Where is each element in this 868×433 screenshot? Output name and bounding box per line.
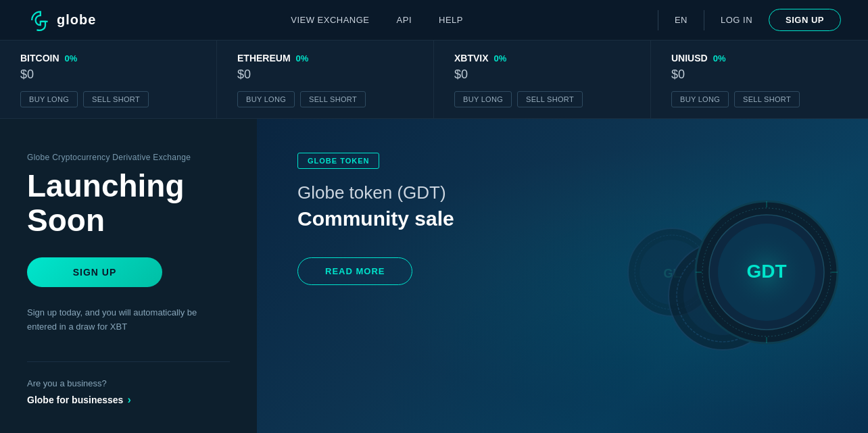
ticker-bitcoin-header: BITCOIN 0% bbox=[20, 53, 196, 63]
ticker-bar: BITCOIN 0% $0 BUY LONG SELL SHORT ETHERE… bbox=[0, 41, 868, 119]
ticker-xbtvix: XBTVIX 0% $0 BUY LONG SELL SHORT bbox=[434, 41, 651, 118]
signup-button-nav[interactable]: SIGN UP bbox=[769, 9, 841, 31]
ticker-uniusd-header: UNIUSD 0% bbox=[671, 53, 848, 63]
ticker-ethereum-name: ETHEREUM bbox=[237, 53, 291, 63]
launching-title: Launching Soon bbox=[27, 169, 230, 237]
ticker-ethereum-pct: 0% bbox=[296, 53, 309, 63]
ticker-uniusd-name: UNIUSD bbox=[671, 53, 708, 63]
nav-view-exchange[interactable]: VIEW EXCHANGE bbox=[291, 15, 369, 25]
business-link[interactable]: Globe for businesses › bbox=[27, 394, 230, 406]
token-subtitle: Community sale bbox=[297, 207, 827, 230]
logo-icon bbox=[27, 8, 51, 32]
nav-api[interactable]: API bbox=[397, 15, 412, 25]
ticker-xbtvix-actions: BUY LONG SELL SHORT bbox=[454, 91, 630, 107]
ticker-xbtvix-pct: 0% bbox=[494, 53, 507, 63]
bitcoin-sell-short[interactable]: SELL SHORT bbox=[83, 91, 149, 107]
ethereum-buy-long[interactable]: BUY LONG bbox=[237, 91, 295, 107]
token-title: Globe token (GDT) bbox=[297, 182, 827, 203]
signup-cta-button[interactable]: SIGN UP bbox=[27, 257, 162, 287]
logo-text: globe bbox=[57, 12, 96, 28]
ticker-bitcoin-actions: BUY LONG SELL SHORT bbox=[20, 91, 196, 107]
ticker-uniusd-actions: BUY LONG SELL SHORT bbox=[671, 91, 848, 107]
ticker-ethereum-header: ETHEREUM 0% bbox=[237, 53, 413, 63]
nav-help[interactable]: HELP bbox=[439, 15, 463, 25]
nav-divider bbox=[658, 10, 658, 30]
ethereum-sell-short[interactable]: SELL SHORT bbox=[300, 91, 366, 107]
business-prompt: Are you a business? bbox=[27, 378, 230, 388]
ticker-bitcoin: BITCOIN 0% $0 BUY LONG SELL SHORT bbox=[0, 41, 217, 118]
xbtvix-sell-short[interactable]: SELL SHORT bbox=[517, 91, 583, 107]
ticker-bitcoin-pct: 0% bbox=[65, 53, 78, 63]
ticker-xbtvix-price: $0 bbox=[454, 68, 630, 82]
login-button[interactable]: LOG IN bbox=[721, 15, 752, 25]
exchange-label: Globe Cryptocurrency Derivative Exchange bbox=[27, 153, 230, 162]
logo[interactable]: globe bbox=[27, 8, 96, 32]
ticker-xbtvix-header: XBTVIX 0% bbox=[454, 53, 630, 63]
uniusd-sell-short[interactable]: SELL SHORT bbox=[734, 91, 800, 107]
promo-text: Sign up today, and you will automaticall… bbox=[27, 306, 223, 334]
xbtvix-buy-long[interactable]: BUY LONG bbox=[454, 91, 512, 107]
ticker-ethereum: ETHEREUM 0% $0 BUY LONG SELL SHORT bbox=[217, 41, 434, 118]
ticker-ethereum-price: $0 bbox=[237, 68, 413, 82]
nav-links: VIEW EXCHANGE API HELP bbox=[291, 15, 463, 25]
ticker-xbtvix-name: XBTVIX bbox=[454, 53, 489, 63]
ticker-ethereum-actions: BUY LONG SELL SHORT bbox=[237, 91, 413, 107]
business-link-text: Globe for businesses bbox=[27, 394, 123, 405]
ticker-uniusd: UNIUSD 0% $0 BUY LONG SELL SHORT bbox=[651, 41, 868, 118]
navbar: globe VIEW EXCHANGE API HELP EN LOG IN S… bbox=[0, 0, 868, 41]
right-panel: GLOBE TOKEN Globe token (GDT) Community … bbox=[257, 119, 868, 433]
ticker-uniusd-price: $0 bbox=[671, 68, 848, 82]
arrow-right-icon: › bbox=[127, 394, 130, 406]
main-content: Globe Cryptocurrency Derivative Exchange… bbox=[0, 119, 868, 433]
token-badge: GLOBE TOKEN bbox=[297, 153, 379, 169]
ticker-bitcoin-price: $0 bbox=[20, 68, 196, 82]
nav-right: EN LOG IN SIGN UP bbox=[658, 9, 841, 31]
ticker-bitcoin-name: BITCOIN bbox=[20, 53, 59, 63]
ticker-uniusd-pct: 0% bbox=[713, 53, 726, 63]
right-content: GLOBE TOKEN Globe token (GDT) Community … bbox=[297, 153, 827, 285]
read-more-button[interactable]: READ MORE bbox=[297, 257, 412, 285]
left-panel: Globe Cryptocurrency Derivative Exchange… bbox=[0, 119, 257, 433]
language-selector[interactable]: EN bbox=[675, 15, 688, 25]
uniusd-buy-long[interactable]: BUY LONG bbox=[671, 91, 729, 107]
divider bbox=[27, 361, 230, 362]
nav-divider-2 bbox=[704, 10, 704, 30]
bitcoin-buy-long[interactable]: BUY LONG bbox=[20, 91, 78, 107]
